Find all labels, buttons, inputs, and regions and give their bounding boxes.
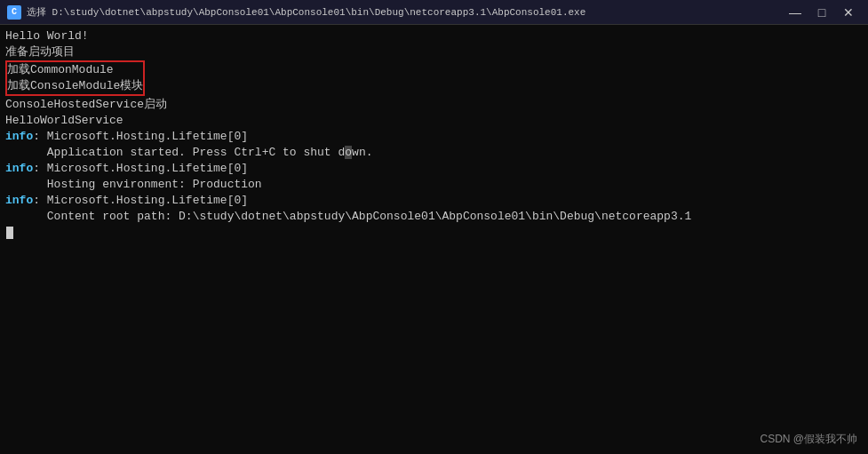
maximize-button[interactable]: □ — [809, 3, 834, 22]
console-line-prepare: 准备启动项目 — [5, 44, 863, 60]
info-label-2: info — [5, 162, 33, 175]
console-line-hello: Hello World! — [5, 28, 863, 44]
console-line-info1: info: Microsoft.Hosting.Lifetime[0] — [5, 129, 863, 145]
watermark: CSDN @假装我不帅 — [760, 432, 857, 447]
console-line-helloworld: HelloWorldService — [5, 113, 863, 129]
console-line-common: 加载CommonModule — [7, 62, 143, 78]
console-line-hosted: ConsoleHostedService启动 — [5, 97, 863, 113]
console-line-info3: info: Microsoft.Hosting.Lifetime[0] — [5, 193, 863, 209]
console-body[interactable]: Hello World! 准备启动项目 加载CommonModule 加载Con… — [0, 25, 868, 454]
cursor — [6, 227, 13, 239]
app-icon: C — [7, 5, 21, 20]
title-bar-text: 选择 D:\study\dotnet\abpstudy\AbpConsole01… — [27, 5, 783, 19]
console-line-info2: info: Microsoft.Hosting.Lifetime[0] — [5, 161, 863, 177]
close-button[interactable]: ✕ — [836, 3, 861, 22]
info-label-1: info — [5, 130, 33, 143]
title-bar-controls: — □ ✕ — [783, 3, 861, 22]
console-window: C 选择 D:\study\dotnet\abpstudy\AbpConsole… — [0, 0, 868, 454]
console-line-info2-sub: Hosting environment: Production — [5, 177, 863, 193]
console-line-info3-sub: Content root path: D:\study\dotnet\abpst… — [5, 209, 863, 225]
title-bar: C 选择 D:\study\dotnet\abpstudy\AbpConsole… — [0, 0, 868, 25]
console-line-cursor — [5, 225, 863, 241]
console-line-info1-sub: Application started. Press Ctrl+C to shu… — [5, 145, 863, 161]
info-label-3: info — [5, 194, 33, 207]
highlight-box: 加载CommonModule 加载ConsoleModule模块 — [5, 60, 145, 96]
console-line-console-module: 加载ConsoleModule模块 — [7, 78, 143, 94]
minimize-button[interactable]: — — [783, 3, 808, 22]
